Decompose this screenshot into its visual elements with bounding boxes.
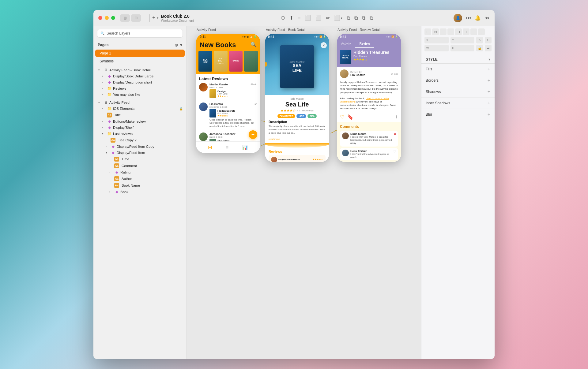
more-button[interactable]: ••• — [466, 15, 471, 21]
layer-feed-item[interactable]: ▾ ◆ Display/Feed Item — [95, 150, 185, 156]
blur-row[interactable]: Blur + — [421, 109, 495, 120]
phone2-description-title: Description — [269, 120, 326, 124]
phone2-close-button[interactable]: ✕ — [321, 42, 327, 48]
shadows-row[interactable]: Shadows + — [421, 86, 495, 98]
duplicate-icon[interactable]: ⧉ — [362, 15, 365, 21]
fills-add-icon[interactable]: + — [488, 66, 490, 72]
nav-search-icon[interactable]: ≡ — [226, 145, 228, 150]
align-tools-row-1: ⊢ ⊟ ⋯ ⊣ ⊣ ⊤ ⊥ ⋮ — [424, 28, 492, 35]
inner-shadows-row[interactable]: Inner Shadows + — [421, 98, 495, 109]
layer-activity-feed[interactable]: ▾ 🖥 Activity Feed — [95, 99, 185, 106]
layer-feed-item-copy[interactable]: › ◆ Display/Feed Item Copy — [95, 144, 185, 150]
layer-description-short[interactable]: › ◆ Display/Description short — [95, 79, 185, 85]
heart-button[interactable]: ♡ — [340, 114, 344, 120]
close-button[interactable] — [98, 16, 102, 20]
mask-icon[interactable]: ⬜ — [315, 15, 322, 21]
align-left-button[interactable]: ⊢ — [424, 28, 431, 35]
list-view-button[interactable]: ▤ — [120, 14, 130, 22]
layer-title-copy-2[interactable]: Aa Title Copy 2 — [95, 137, 185, 144]
fills-row[interactable]: Fills + — [421, 64, 495, 75]
layer-rating[interactable]: › ◆ Rating — [95, 169, 185, 175]
layer-author[interactable]: Aa Author — [95, 175, 185, 182]
symbol-icon[interactable]: ⧉ — [354, 15, 358, 21]
align-right-edge-button[interactable]: ⊣ — [455, 28, 462, 35]
layer-time[interactable]: Aa Time — [95, 156, 185, 162]
shadows-add-icon[interactable]: + — [488, 89, 490, 95]
blur-add-icon[interactable]: + — [488, 112, 490, 117]
doc-title-area: Book Club 2.0 Workspace Document — [161, 14, 194, 22]
flip-icon[interactable]: ⇄ — [485, 45, 492, 51]
pages-controls[interactable]: ⊕ ▾ — [175, 43, 182, 47]
share-button[interactable]: ⬆ — [394, 114, 398, 119]
minimize-button[interactable] — [105, 16, 109, 20]
align-top-button[interactable]: ⊤ — [463, 28, 469, 35]
fab-button[interactable]: + — [249, 130, 257, 139]
layer-buttons-make-review[interactable]: › ◆ Buttons/Make review — [95, 118, 185, 125]
layer-book-name[interactable]: Aa Book Name — [95, 182, 185, 189]
shape-icon[interactable]: ⬡ — [281, 15, 285, 21]
layer-ios-elements[interactable]: › 📁 iOS Elements 🔒 — [95, 106, 185, 112]
layer-you-may-also-like[interactable]: › 📁 You may also like — [95, 91, 185, 98]
lock-ratio-icon[interactable]: 🔒 — [476, 45, 483, 51]
x-field[interactable]: X — [424, 37, 449, 43]
app-window: ▤ ⊞ + ▾ Book Club 2.0 Workspace Document… — [93, 10, 495, 359]
copy-icon[interactable]: ⧉ — [347, 15, 350, 21]
layer-comment[interactable]: Aa Comment — [95, 162, 185, 169]
align-bottom-button[interactable]: ⊥ — [470, 28, 477, 35]
notification-bell-icon[interactable]: 🔔 — [475, 15, 481, 21]
symbols-page-item[interactable]: Symbols — [95, 58, 185, 65]
borders-row[interactable]: Borders + — [421, 75, 495, 86]
review-item-2: Lia Castro 1h reviewed a book Hidden Sec… — [199, 102, 257, 130]
align-left-edge-button[interactable]: ⊣ — [447, 28, 454, 35]
rotate-icon[interactable]: ↻ — [485, 37, 492, 43]
layer-activity-feed-book-detail[interactable]: ▾ 🖥 Activity Feed - Book Detail — [95, 67, 185, 73]
style-collapse-icon[interactable]: ▾ — [488, 57, 490, 62]
align-space-v-button[interactable]: ⋮ — [478, 28, 485, 35]
search-bar[interactable]: 🔍 — [97, 29, 183, 38]
h-field[interactable]: H — [450, 45, 475, 51]
frame-icon[interactable]: ⬜▾ — [334, 15, 342, 21]
phone3-tab-activity[interactable]: Activity — [337, 40, 355, 48]
bookmark-button[interactable]: 🔖 — [347, 114, 353, 120]
comment-heart-1[interactable]: ❤ — [394, 132, 396, 136]
layer-title[interactable]: Aa Title — [95, 112, 185, 118]
user-avatar[interactable]: 👤 — [454, 14, 462, 22]
layer-reviews[interactable]: › 📁 Reviews — [95, 85, 185, 91]
pen-icon[interactable]: ✏ — [326, 15, 330, 21]
phone3-tab-review[interactable]: Review — [355, 40, 374, 48]
align-icon[interactable]: ≡ — [298, 15, 300, 21]
pages-chevron-icon[interactable]: ▾ — [180, 43, 182, 47]
y-field[interactable]: Y — [450, 37, 475, 43]
grid-view-button[interactable]: ⊞ — [131, 14, 141, 22]
nav-chart-icon[interactable]: 📊 — [242, 144, 248, 150]
maximize-button[interactable] — [111, 16, 115, 20]
layer-display-shelf[interactable]: › ◆ Display/Shelf — [95, 125, 185, 131]
layer-book[interactable]: › ◆ Book — [95, 189, 185, 195]
forward-icon[interactable]: ⧉ — [370, 15, 373, 21]
search-input[interactable] — [107, 31, 179, 35]
upload-icon[interactable]: ⬆ — [289, 15, 293, 21]
search-icon[interactable]: 🔍 — [251, 42, 257, 47]
w-field[interactable]: W — [424, 45, 449, 51]
nav-home-icon[interactable]: ⊞ — [208, 144, 212, 150]
component-icon[interactable]: ⬜ — [305, 15, 311, 21]
review-item-1: Martin Abasto 32min rated a book Design … — [199, 83, 257, 100]
inner-shadows-add-icon[interactable]: + — [488, 100, 490, 106]
phone3-book-stars: ★★★★☆ — [353, 58, 398, 61]
prev-button[interactable]: ‹ — [265, 62, 267, 67]
diamond-icon: ◆ — [107, 74, 112, 78]
book-author-1: John Long — [217, 93, 228, 95]
align-center-h-button[interactable]: ⊟ — [432, 28, 439, 35]
layer-last-reviews[interactable]: ▾ 📁 Last reviews — [95, 131, 185, 137]
expand-icon[interactable]: ≫ — [484, 15, 490, 21]
layer-book-detail-large[interactable]: › ◆ Display/Book Detail Large — [95, 73, 185, 79]
add-page-icon[interactable]: ⊕ — [175, 43, 178, 47]
add-button[interactable]: + ▾ — [152, 15, 159, 21]
comment-heart-2[interactable]: ♡ — [393, 150, 396, 154]
phone2-status-icons: ●●● 📶 🔋 — [314, 35, 326, 38]
borders-add-icon[interactable]: + — [488, 78, 490, 83]
phone-activity-feed: 9:41 ●●● ▶ 📶 🔋 New Books 🔍 SEALIFE THEDE… — [196, 34, 260, 153]
page-1-item[interactable]: Page 1 — [95, 50, 185, 57]
align-space-h-button[interactable]: ⋯ — [440, 28, 447, 35]
phone2-read-more[interactable]: read more — [269, 138, 280, 140]
